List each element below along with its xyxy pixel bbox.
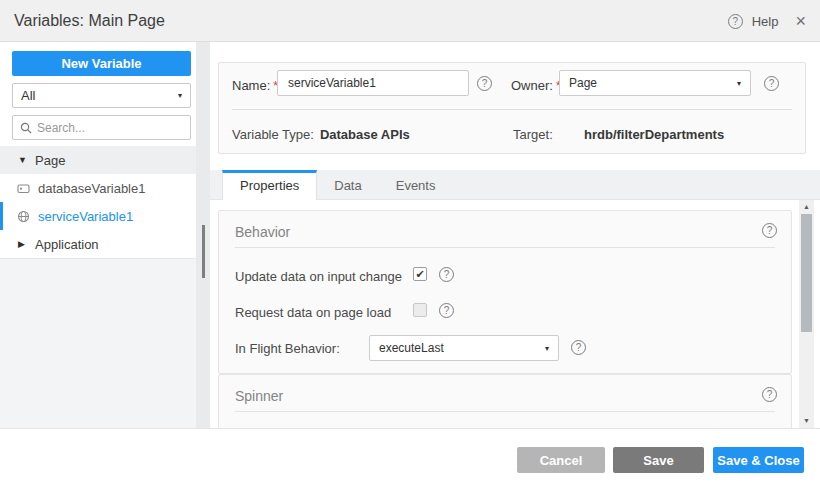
variable-type-label: Variable Type:: [232, 127, 314, 142]
sidebar-scrollbar-track[interactable]: [196, 42, 210, 428]
page-title: Variables: Main Page: [14, 0, 165, 42]
owner-label: Owner:*: [511, 78, 561, 93]
variable-type-row: Variable Type:Database APIs: [232, 127, 410, 142]
variables-dialog: Variables: Main Page ? Help × New Variab…: [0, 0, 820, 487]
name-help-icon[interactable]: ?: [477, 76, 492, 91]
chevron-down-icon: ▾: [737, 79, 741, 88]
dialog-footer: Cancel Save Save & Close: [0, 428, 820, 487]
spinner-section: Spinner ?: [218, 374, 792, 428]
sidebar-scrollbar-thumb[interactable]: [202, 225, 205, 278]
in-flight-behavior-value: executeLast: [379, 341, 545, 355]
target-label: Target:: [513, 127, 553, 142]
request-on-load-checkbox[interactable]: [413, 303, 427, 317]
content-scrollbar-track[interactable]: ▲ ▼: [799, 200, 814, 428]
search-icon: [20, 122, 32, 134]
properties-panel: Behavior ? Update data on input change ✔…: [210, 200, 820, 428]
spinner-help-icon[interactable]: ?: [762, 387, 777, 402]
behavior-section-title: Behavior: [235, 224, 290, 240]
in-flight-behavior-select[interactable]: executeLast ▾: [369, 335, 559, 361]
new-variable-button[interactable]: New Variable: [12, 51, 191, 76]
header-actions: ? Help ×: [728, 0, 806, 42]
update-on-input-help-icon[interactable]: ?: [439, 267, 454, 282]
behavior-section: Behavior ? Update data on input change ✔…: [218, 210, 792, 374]
close-icon[interactable]: ×: [795, 12, 806, 30]
owner-select[interactable]: Page ▾: [559, 70, 751, 96]
spinner-section-title: Spinner: [235, 388, 283, 404]
save-and-close-button[interactable]: Save & Close: [713, 447, 804, 473]
caret-down-icon: ▼: [18, 155, 30, 165]
chevron-down-icon: ▾: [545, 344, 549, 353]
database-variable-icon: [17, 181, 31, 195]
service-variable-globe-icon: [17, 209, 31, 223]
in-flight-behavior-label: In Flight Behavior:: [235, 341, 340, 356]
search-box[interactable]: [12, 115, 191, 140]
variable-type-value: Database APIs: [320, 127, 410, 142]
tree-group-application[interactable]: ▶ Application: [0, 230, 196, 258]
dialog-header: Variables: Main Page ? Help ×: [0, 0, 820, 42]
name-input[interactable]: [277, 70, 469, 96]
owner-help-icon[interactable]: ?: [764, 76, 779, 91]
variable-summary-card: Name:* ? Owner:* Page ▾ ? Variable Type:…: [218, 62, 806, 154]
divider: [232, 109, 792, 110]
chevron-down-icon: ▾: [178, 91, 182, 100]
in-flight-behavior-help-icon[interactable]: ?: [571, 340, 586, 355]
variable-filter-value: All: [21, 88, 178, 103]
tree-group-page[interactable]: ▼ Page: [0, 146, 196, 174]
variables-tree: ▼ Page databaseVariable1 serviceVariable…: [0, 146, 196, 258]
name-label: Name:*: [232, 78, 278, 93]
search-input[interactable]: [37, 121, 183, 135]
divider: [235, 247, 775, 248]
tab-properties[interactable]: Properties: [222, 170, 317, 201]
request-on-load-label: Request data on page load: [235, 305, 391, 320]
editor-tabs: Properties Data Events: [210, 170, 820, 200]
variable-filter-select[interactable]: All ▾: [12, 83, 191, 108]
owner-value: Page: [569, 76, 737, 90]
help-link[interactable]: Help: [752, 14, 779, 29]
caret-right-icon: ▶: [18, 239, 30, 249]
content-scrollbar-thumb[interactable]: [801, 214, 812, 332]
tab-events[interactable]: Events: [379, 170, 453, 200]
target-value: hrdb/filterDepartments: [584, 127, 724, 142]
tree-item-database-variable[interactable]: databaseVariable1: [0, 174, 196, 202]
tree-empty-area: [0, 258, 196, 428]
cancel-button[interactable]: Cancel: [517, 447, 605, 473]
scroll-up-icon[interactable]: ▲: [799, 201, 814, 213]
help-icon[interactable]: ?: [728, 14, 743, 29]
variable-editor: Name:* ? Owner:* Page ▾ ? Variable Type:…: [210, 42, 820, 428]
variables-sidebar: New Variable All ▾ ▼ Page databaseVariab…: [0, 42, 196, 428]
divider: [235, 411, 775, 412]
update-on-input-checkbox[interactable]: ✔: [413, 267, 427, 281]
save-button[interactable]: Save: [613, 447, 704, 473]
update-on-input-label: Update data on input change: [235, 269, 402, 284]
scroll-down-icon[interactable]: ▼: [799, 415, 814, 427]
tree-item-service-variable[interactable]: serviceVariable1: [0, 202, 196, 230]
behavior-help-icon[interactable]: ?: [762, 223, 777, 238]
tab-data[interactable]: Data: [317, 170, 378, 200]
request-on-load-help-icon[interactable]: ?: [439, 303, 454, 318]
